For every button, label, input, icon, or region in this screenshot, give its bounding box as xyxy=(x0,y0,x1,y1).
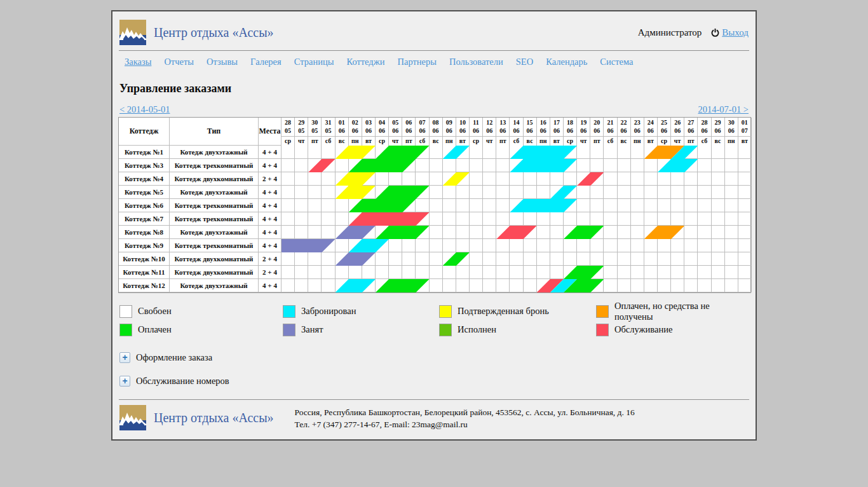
day-cell[interactable] xyxy=(389,239,402,252)
day-cell[interactable] xyxy=(644,172,658,185)
day-cell[interactable] xyxy=(698,239,711,252)
day-cell[interactable] xyxy=(443,159,456,172)
day-cell[interactable] xyxy=(281,159,295,172)
day-cell[interactable] xyxy=(698,226,711,238)
day-cell[interactable] xyxy=(443,226,456,238)
nav-item-0[interactable]: Заказы xyxy=(125,57,151,67)
day-cell[interactable] xyxy=(430,252,443,265)
day-cell[interactable] xyxy=(295,212,308,225)
day-cell[interactable] xyxy=(524,279,537,292)
nav-item-8[interactable]: SEO xyxy=(516,57,533,67)
day-cell[interactable] xyxy=(295,159,308,172)
day-cell[interactable] xyxy=(618,199,631,212)
day-cell[interactable] xyxy=(604,279,617,292)
day-cell[interactable] xyxy=(416,172,429,185)
day-cell[interactable] xyxy=(577,212,590,225)
day-cell[interactable] xyxy=(336,212,349,225)
day-cell[interactable] xyxy=(281,226,295,238)
day-cell[interactable] xyxy=(470,279,483,292)
day-cell[interactable] xyxy=(470,266,483,278)
day-cell[interactable] xyxy=(725,212,738,225)
day-cell[interactable] xyxy=(604,172,617,185)
day-cell[interactable] xyxy=(590,159,604,172)
day-cell[interactable] xyxy=(644,266,658,278)
day-cell[interactable] xyxy=(322,226,335,238)
day-cell[interactable] xyxy=(590,239,604,252)
day-cell[interactable] xyxy=(524,172,537,185)
day-cell[interactable] xyxy=(510,266,523,278)
day-cell[interactable] xyxy=(376,266,389,278)
day-cell[interactable] xyxy=(537,186,550,198)
day-cell[interactable] xyxy=(416,266,429,278)
day-cell[interactable] xyxy=(456,239,470,252)
day-cell[interactable] xyxy=(402,266,416,278)
day-cell[interactable] xyxy=(336,159,349,172)
day-cell[interactable] xyxy=(483,279,496,292)
day-cell[interactable] xyxy=(564,239,577,252)
day-cell[interactable] xyxy=(281,199,295,212)
day-cell[interactable] xyxy=(698,212,711,225)
day-cell[interactable] xyxy=(322,199,335,212)
day-cell[interactable] xyxy=(496,172,510,185)
day-cell[interactable] xyxy=(322,266,335,278)
next-month-link[interactable]: 2014-07-01 > xyxy=(698,104,749,115)
day-cell[interactable] xyxy=(308,186,322,198)
day-cell[interactable] xyxy=(430,226,443,238)
day-cell[interactable] xyxy=(496,159,510,172)
day-cell[interactable] xyxy=(618,212,631,225)
day-cell[interactable] xyxy=(590,252,604,265)
day-cell[interactable] xyxy=(496,279,510,292)
day-cell[interactable] xyxy=(725,172,738,185)
day-cell[interactable] xyxy=(684,226,698,238)
nav-item-4[interactable]: Страницы xyxy=(294,57,334,67)
day-cell[interactable] xyxy=(470,239,483,252)
day-cell[interactable] xyxy=(618,279,631,292)
action-link-1[interactable]: Обслуживание номеров xyxy=(136,376,229,387)
day-cell[interactable] xyxy=(537,226,550,238)
day-cell[interactable] xyxy=(389,172,402,185)
day-cell[interactable] xyxy=(684,252,698,265)
day-cell[interactable] xyxy=(470,159,483,172)
day-cell[interactable] xyxy=(698,252,711,265)
day-cell[interactable] xyxy=(631,252,644,265)
day-cell[interactable] xyxy=(416,199,429,212)
day-cell[interactable] xyxy=(738,199,752,212)
day-cell[interactable] xyxy=(550,266,564,278)
day-cell[interactable] xyxy=(658,279,671,292)
day-cell[interactable] xyxy=(322,172,335,185)
day-cell[interactable] xyxy=(308,212,322,225)
day-cell[interactable] xyxy=(631,146,644,158)
day-cell[interactable] xyxy=(483,266,496,278)
day-cell[interactable] xyxy=(712,159,725,172)
day-cell[interactable] xyxy=(671,172,684,185)
day-cell[interactable] xyxy=(281,146,295,158)
nav-item-9[interactable]: Календарь xyxy=(546,57,587,67)
day-cell[interactable] xyxy=(577,159,590,172)
day-cell[interactable] xyxy=(281,212,295,225)
day-cell[interactable] xyxy=(308,252,322,265)
day-cell[interactable] xyxy=(496,186,510,198)
day-cell[interactable] xyxy=(658,172,671,185)
day-cell[interactable] xyxy=(564,172,577,185)
day-cell[interactable] xyxy=(456,199,470,212)
day-cell[interactable] xyxy=(671,279,684,292)
day-cell[interactable] xyxy=(684,266,698,278)
day-cell[interactable] xyxy=(336,239,349,252)
day-cell[interactable] xyxy=(295,146,308,158)
day-cell[interactable] xyxy=(644,252,658,265)
day-cell[interactable] xyxy=(712,186,725,198)
day-cell[interactable] xyxy=(308,172,322,185)
day-cell[interactable] xyxy=(362,266,376,278)
day-cell[interactable] xyxy=(336,199,349,212)
day-cell[interactable] xyxy=(725,186,738,198)
day-cell[interactable] xyxy=(376,252,389,265)
day-cell[interactable] xyxy=(671,186,684,198)
day-cell[interactable] xyxy=(712,266,725,278)
day-cell[interactable] xyxy=(738,212,752,225)
nav-item-1[interactable]: Отчеты xyxy=(164,57,194,67)
day-cell[interactable] xyxy=(564,252,577,265)
day-cell[interactable] xyxy=(738,172,752,185)
day-cell[interactable] xyxy=(456,226,470,238)
day-cell[interactable] xyxy=(483,212,496,225)
day-cell[interactable] xyxy=(496,266,510,278)
